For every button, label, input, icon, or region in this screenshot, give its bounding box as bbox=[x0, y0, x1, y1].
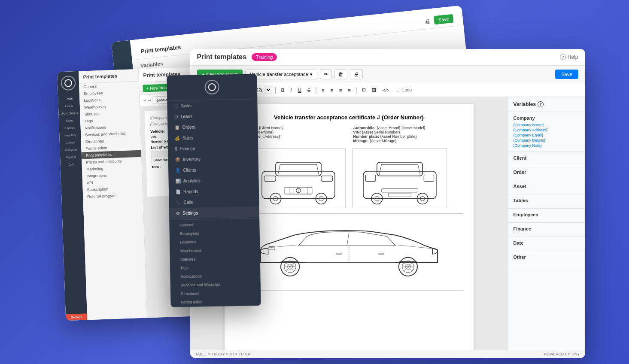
template-select-label: Vehicle transfer acceptance bbox=[250, 72, 308, 77]
dark-inventory[interactable]: 📦 Inventory bbox=[168, 153, 258, 165]
vars-employees-section: Employees bbox=[508, 209, 585, 223]
svg-rect-44 bbox=[378, 253, 383, 255]
scene: Print templates 🖨 Save Variables Company… bbox=[36, 15, 594, 349]
var-company-email[interactable]: {Company Email} bbox=[514, 133, 580, 138]
car-front-view bbox=[251, 148, 346, 208]
vars-asset-title[interactable]: Asset bbox=[514, 184, 580, 189]
dark-reports[interactable]: 📄 Reports bbox=[168, 185, 258, 197]
dark-card: ⬚ Tasks ⬡ Leads 📋 Orders 💰 Sales $ Finan… bbox=[167, 74, 261, 307]
status-powered-by: POWERED BY TINY bbox=[544, 352, 580, 356]
svg-rect-2 bbox=[264, 176, 276, 182]
mid-nav-settings[interactable]: Settings bbox=[65, 313, 87, 321]
var-company-note[interactable]: {Company Note} bbox=[514, 143, 580, 148]
svg-rect-18 bbox=[424, 175, 434, 182]
doc-info-row: Client name: {Client Name} Phone: {Clien… bbox=[235, 126, 463, 143]
mid-nav-inventory[interactable]: Inventory bbox=[63, 132, 77, 139]
dark-settings[interactable]: ⚙ Settings bbox=[169, 206, 259, 219]
doc-auto-col: Automobile: {Asset Brand} {Asset Model} … bbox=[353, 126, 463, 143]
vars-employees-title[interactable]: Employees bbox=[514, 212, 580, 217]
doc-title: Vehicle transfer acceptance certificate … bbox=[235, 114, 463, 121]
auto-label: Automobile: bbox=[353, 126, 376, 130]
align-right-button[interactable]: ≡ bbox=[337, 87, 344, 94]
variables-title: Variables ? bbox=[508, 97, 585, 112]
help-icon: ? bbox=[560, 54, 566, 60]
vars-date-title[interactable]: Date bbox=[514, 240, 580, 246]
logo-row: ⬚ Logo bbox=[397, 88, 412, 92]
dark-orders[interactable]: 📋 Orders bbox=[167, 121, 258, 133]
dark-clients[interactable]: 👤 Clients bbox=[168, 164, 258, 176]
svg-rect-45 bbox=[269, 246, 275, 250]
mid-nav-analytics[interactable]: Analytics bbox=[64, 146, 78, 153]
var-company-details[interactable]: {Company Details} bbox=[514, 138, 580, 143]
mid-undo[interactable]: ↩ bbox=[143, 98, 146, 103]
numplate-value: {Asset Number plate} bbox=[380, 134, 417, 139]
vars-other-title[interactable]: Other bbox=[514, 255, 580, 260]
svg-rect-0 bbox=[262, 171, 335, 199]
vars-tables-title[interactable]: Tables bbox=[514, 198, 580, 203]
svg-rect-20 bbox=[388, 193, 411, 197]
strikethrough-button[interactable]: S bbox=[305, 87, 313, 94]
align-left-button[interactable]: ≡ bbox=[319, 87, 326, 94]
client-value: {Client Name} bbox=[259, 126, 283, 130]
vars-client-section: Client bbox=[508, 152, 585, 166]
doc-page: Vehicle transfer acceptance certificate … bbox=[225, 104, 474, 350]
car-rear-view bbox=[352, 148, 447, 208]
var-company-name[interactable]: {Company Name} bbox=[514, 122, 580, 127]
mid-nav-calls[interactable]: Calls bbox=[67, 161, 75, 168]
vars-finance-title[interactable]: Finance bbox=[514, 226, 580, 231]
front-help[interactable]: ? Help bbox=[560, 54, 578, 60]
table-button[interactable]: ⊞ bbox=[360, 86, 368, 94]
status-path: TABLE > TBODY > TR > TD > P bbox=[195, 352, 251, 356]
print-button[interactable]: 🖨 bbox=[350, 69, 363, 79]
vars-company-title[interactable]: Company bbox=[514, 115, 580, 121]
vars-order-section: Order bbox=[508, 166, 585, 180]
mid-nav-finance[interactable]: Finance bbox=[63, 124, 76, 131]
svg-rect-15 bbox=[363, 171, 436, 199]
dark-tasks[interactable]: ⬚ Tasks bbox=[167, 99, 257, 112]
var-company-addr[interactable]: {Company Address} bbox=[514, 127, 580, 133]
svg-rect-43 bbox=[336, 253, 341, 255]
vars-date-section: Date bbox=[508, 237, 585, 251]
mid-nav-clients[interactable]: Clients bbox=[64, 139, 76, 146]
back-print-icon[interactable]: 🖨 bbox=[424, 17, 431, 24]
variables-help-icon[interactable]: ? bbox=[538, 101, 544, 107]
dark-leads[interactable]: ⬡ Leads bbox=[167, 110, 257, 122]
mid-nav-sales[interactable]: Sales bbox=[65, 117, 74, 124]
mid-redo[interactable]: ↪ bbox=[148, 98, 151, 103]
vin-label: VIN: bbox=[353, 130, 361, 134]
auto-value: {Asset Brand} {Asset Model} bbox=[377, 126, 425, 130]
dark-finance[interactable]: $ Finance bbox=[168, 142, 258, 155]
vars-tables-section: Tables bbox=[508, 194, 585, 209]
mid-nav-workorders[interactable]: Work Orders bbox=[60, 110, 79, 117]
save-button[interactable]: Save bbox=[555, 70, 578, 79]
back-save-button[interactable]: Save bbox=[433, 14, 453, 25]
underline-button[interactable]: U bbox=[296, 87, 304, 94]
dark-sales[interactable]: 💰 Sales bbox=[167, 131, 258, 144]
mid-logo bbox=[61, 76, 76, 91]
mid-nav-tasks[interactable]: Tasks bbox=[64, 95, 73, 102]
delete-template-button[interactable]: 🗑 bbox=[334, 69, 347, 79]
svg-rect-3 bbox=[321, 176, 333, 182]
svg-rect-19 bbox=[381, 188, 418, 192]
vars-finance-section: Finance bbox=[508, 223, 585, 237]
align-center-button[interactable]: ≡ bbox=[328, 87, 335, 94]
vars-order-title[interactable]: Order bbox=[514, 170, 580, 175]
vars-company-section: Company {Company Name} {Company Address}… bbox=[508, 112, 585, 152]
vars-client-title[interactable]: Client bbox=[514, 155, 580, 161]
bold-button[interactable]: B bbox=[279, 87, 287, 94]
mid-sub-referral[interactable]: Referral program bbox=[83, 191, 143, 200]
mid-nav-leads[interactable]: Leads bbox=[64, 103, 74, 109]
dark-analytics[interactable]: 📊 Analytics bbox=[168, 174, 258, 187]
dark-logo bbox=[167, 74, 257, 101]
code-button[interactable]: </> bbox=[380, 87, 392, 94]
italic-button[interactable]: I bbox=[289, 87, 294, 94]
logo-label: Logo bbox=[402, 88, 412, 92]
front-title: Print templates bbox=[197, 53, 247, 61]
align-justify-button[interactable]: ≡ bbox=[346, 87, 352, 94]
car-side-view bbox=[235, 213, 463, 291]
dark-calls[interactable]: 📞 Calls bbox=[169, 196, 259, 208]
back-card-title: Print templates bbox=[140, 44, 181, 55]
image-button[interactable]: 🖼 bbox=[370, 87, 379, 94]
edit-template-button[interactable]: ✏ bbox=[320, 69, 332, 79]
mid-nav-reports[interactable]: Reports bbox=[64, 154, 77, 161]
